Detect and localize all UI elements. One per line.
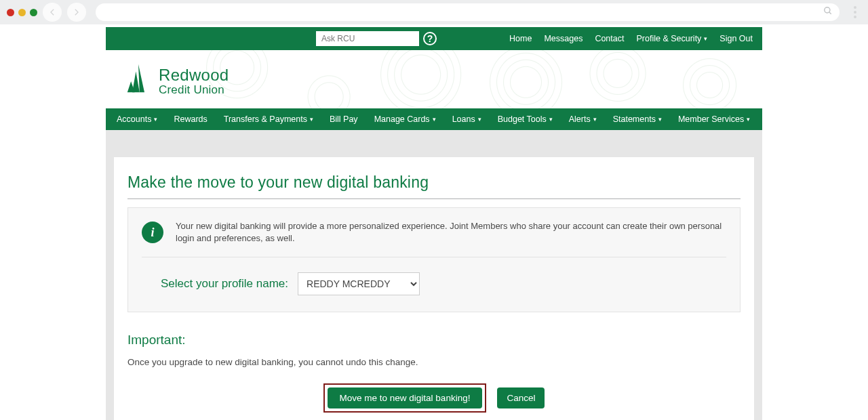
nav-messages[interactable]: Messages bbox=[544, 34, 583, 43]
nav-rewards[interactable]: Rewards bbox=[174, 114, 207, 124]
nav-contact[interactable]: Contact bbox=[595, 34, 624, 43]
info-panel: i Your new digital banking will provide … bbox=[127, 207, 741, 312]
nav-profile-security[interactable]: Profile & Security ▾ bbox=[636, 34, 707, 43]
ask-rcu-input[interactable] bbox=[316, 31, 419, 46]
content-card: Make the move to your new digital bankin… bbox=[114, 157, 754, 420]
nav-home-label: Home bbox=[509, 34, 532, 43]
nav-member-services-label: Member Services bbox=[678, 114, 744, 124]
chevron-down-icon: ▾ bbox=[593, 116, 597, 123]
maximize-window-icon[interactable] bbox=[30, 9, 37, 16]
brand-line2: Credit Union bbox=[159, 84, 229, 96]
nav-accounts[interactable]: Accounts ▾ bbox=[117, 114, 157, 124]
page-body: ? Home Messages Contact Profile & Securi… bbox=[0, 24, 868, 420]
nav-budget-tools-label: Budget Tools bbox=[498, 114, 547, 124]
utility-nav: ? Home Messages Contact Profile & Securi… bbox=[106, 27, 762, 50]
nav-sign-out[interactable]: Sign Out bbox=[719, 34, 753, 43]
nav-transfers-label: Transfers & Payments bbox=[224, 114, 307, 124]
nav-alerts[interactable]: Alerts ▾ bbox=[569, 114, 597, 124]
select-profile-label: Select your profile name: bbox=[161, 277, 288, 291]
nav-statements-label: Statements bbox=[613, 114, 656, 124]
brand-line1: Redwood bbox=[159, 66, 229, 83]
svg-point-0 bbox=[825, 7, 830, 13]
forward-button[interactable] bbox=[67, 3, 86, 22]
chevron-down-icon: ▾ bbox=[310, 116, 313, 123]
nav-accounts-label: Accounts bbox=[117, 114, 151, 124]
nav-sign-out-label: Sign Out bbox=[719, 34, 753, 43]
chevron-down-icon: ▾ bbox=[704, 35, 707, 42]
brand-logo[interactable]: Redwood Credit Union bbox=[106, 50, 762, 108]
nav-profile-security-label: Profile & Security bbox=[636, 34, 701, 43]
primary-button-highlight: Move me to new digital banking! bbox=[323, 383, 487, 413]
info-text: Your new digital banking will provide a … bbox=[176, 220, 726, 245]
minimize-window-icon[interactable] bbox=[18, 9, 26, 16]
header-logo-area: Redwood Credit Union bbox=[106, 50, 762, 108]
ask-rcu-group: ? bbox=[316, 31, 437, 46]
nav-manage-cards[interactable]: Manage Cards ▾ bbox=[374, 114, 436, 124]
search-icon[interactable] bbox=[823, 6, 833, 18]
chevron-down-icon: ▾ bbox=[433, 116, 436, 123]
profile-select-row: Select your profile name: REDDY MCREDDY bbox=[142, 257, 726, 295]
cancel-button[interactable]: Cancel bbox=[497, 387, 545, 408]
utility-links: Home Messages Contact Profile & Security… bbox=[509, 34, 753, 43]
button-row: Move me to new digital banking! Cancel bbox=[127, 383, 741, 413]
chevron-down-icon: ▾ bbox=[154, 116, 157, 123]
page-title: Make the move to your new digital bankin… bbox=[127, 173, 741, 192]
nav-messages-label: Messages bbox=[544, 34, 583, 43]
important-heading: Important: bbox=[127, 333, 741, 348]
nav-transfers[interactable]: Transfers & Payments ▾ bbox=[224, 114, 313, 124]
redwood-tree-icon bbox=[126, 62, 151, 100]
profile-name-select[interactable]: REDDY MCREDDY bbox=[298, 272, 420, 295]
chevron-down-icon: ▾ bbox=[549, 116, 553, 123]
important-text: Once you upgrade to new digital banking,… bbox=[127, 357, 741, 367]
nav-budget-tools[interactable]: Budget Tools ▾ bbox=[498, 114, 553, 124]
address-bar[interactable] bbox=[96, 3, 840, 21]
browser-menu-icon[interactable] bbox=[849, 6, 861, 18]
move-to-digital-banking-button[interactable]: Move me to new digital banking! bbox=[328, 387, 483, 408]
info-row: i Your new digital banking will provide … bbox=[142, 220, 726, 257]
nav-member-services[interactable]: Member Services ▾ bbox=[678, 114, 750, 124]
chevron-down-icon: ▾ bbox=[658, 116, 662, 123]
svg-line-1 bbox=[829, 12, 831, 14]
nav-bill-pay[interactable]: Bill Pay bbox=[330, 114, 358, 124]
info-icon: i bbox=[142, 222, 163, 243]
close-window-icon[interactable] bbox=[7, 9, 14, 16]
nav-manage-cards-label: Manage Cards bbox=[374, 114, 430, 124]
nav-rewards-label: Rewards bbox=[174, 114, 207, 124]
nav-bill-pay-label: Bill Pay bbox=[330, 114, 358, 124]
nav-loans[interactable]: Loans ▾ bbox=[452, 114, 481, 124]
nav-statements[interactable]: Statements ▾ bbox=[613, 114, 662, 124]
nav-home[interactable]: Home bbox=[509, 34, 532, 43]
back-button[interactable] bbox=[43, 3, 62, 22]
browser-chrome bbox=[0, 0, 868, 24]
help-icon[interactable]: ? bbox=[423, 32, 437, 45]
brand-text: Redwood Credit Union bbox=[159, 66, 229, 96]
site-container: ? Home Messages Contact Profile & Securi… bbox=[106, 27, 762, 420]
nav-loans-label: Loans bbox=[452, 114, 475, 124]
chevron-down-icon: ▾ bbox=[478, 116, 481, 123]
window-controls bbox=[7, 9, 37, 16]
nav-contact-label: Contact bbox=[595, 34, 624, 43]
main-nav: Accounts ▾ Rewards Transfers & Payments … bbox=[106, 108, 762, 130]
title-divider bbox=[127, 198, 741, 199]
chevron-down-icon: ▾ bbox=[747, 116, 750, 123]
nav-alerts-label: Alerts bbox=[569, 114, 591, 124]
